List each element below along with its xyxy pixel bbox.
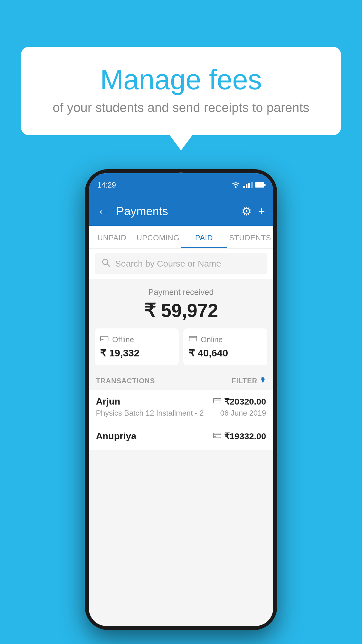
payment-type-icon (213, 397, 221, 406)
svg-rect-5 (101, 339, 103, 340)
filter-icon (260, 377, 266, 385)
status-icons (231, 181, 264, 188)
transaction-row-top: Arjun ₹20320.00 (96, 396, 266, 407)
wifi-icon (231, 181, 241, 188)
transaction-name: Anupriya (96, 431, 136, 442)
search-bar[interactable]: Search by Course or Name (95, 253, 267, 274)
settings-icon[interactable]: ⚙ (241, 204, 252, 218)
transaction-amount: ₹19332.00 (224, 431, 266, 441)
tabs-bar: UNPAID UPCOMING PAID STUDENTS (89, 226, 273, 249)
search-input[interactable]: Search by Course or Name (115, 259, 221, 269)
payment-cards: Offline ₹ 19,332 (95, 328, 267, 365)
transaction-list: Arjun ₹20320.00 Physics (89, 390, 273, 450)
transaction-row-bottom: Physics Batch 12 Installment - 2 06 June… (96, 409, 266, 418)
filter-button[interactable]: FILTER (232, 377, 266, 385)
bubble-subtitle: of your students and send receipts to pa… (44, 100, 318, 115)
transaction-amount-wrapper: ₹19332.00 (213, 431, 266, 441)
tab-students[interactable]: STUDENTS (227, 226, 273, 248)
transaction-date: 06 June 2019 (220, 409, 266, 418)
tab-unpaid[interactable]: UNPAID (89, 226, 135, 248)
online-card: Online ₹ 40,640 (183, 328, 267, 365)
offline-card: Offline ₹ 19,332 (95, 328, 179, 365)
payment-received-label: Payment received (95, 288, 267, 297)
header-actions: ⚙ + (241, 204, 265, 218)
speech-bubble: Manage fees of your students and send re… (21, 47, 341, 135)
phone-mockup: 14:29 (85, 169, 277, 630)
payment-type-icon (213, 432, 221, 441)
tab-paid[interactable]: PAID (181, 226, 227, 248)
battery-icon (255, 182, 264, 188)
tab-upcoming[interactable]: UPCOMING (135, 226, 181, 248)
payment-total: ₹ 59,972 (95, 300, 267, 321)
offline-icon (100, 335, 109, 344)
transactions-label: TRANSACTIONS (96, 377, 155, 385)
svg-rect-3 (101, 336, 108, 341)
offline-amount: ₹ 19,332 (100, 347, 173, 359)
phone-outer: 14:29 (85, 169, 277, 630)
svg-rect-12 (213, 433, 221, 438)
svg-point-0 (235, 187, 237, 188)
svg-rect-14 (214, 436, 216, 437)
signal-icon (243, 182, 253, 188)
transaction-amount-wrapper: ₹20320.00 (213, 396, 266, 407)
app-header: ← Payments ⚙ + (89, 197, 273, 226)
transaction-course: Physics Batch 12 Installment - 2 (96, 409, 204, 418)
online-card-header: Online (189, 335, 262, 344)
online-icon (189, 335, 197, 344)
speech-bubble-container: Manage fees of your students and send re… (21, 47, 341, 135)
search-icon (101, 258, 110, 270)
online-label: Online (201, 335, 223, 344)
table-row[interactable]: Anupriya ₹19332.00 (89, 424, 273, 450)
payment-summary: Payment received ₹ 59,972 (89, 279, 273, 371)
page-title: Payments (116, 205, 236, 218)
offline-card-header: Offline (100, 335, 173, 344)
svg-marker-8 (261, 379, 265, 383)
transaction-amount: ₹20320.00 (224, 396, 266, 407)
back-button[interactable]: ← (97, 204, 110, 218)
table-row[interactable]: Arjun ₹20320.00 Physics (89, 390, 273, 424)
transaction-row-top: Anupriya ₹19332.00 (96, 431, 266, 442)
offline-label: Offline (112, 335, 134, 344)
filter-text: FILTER (232, 377, 257, 385)
transaction-name: Arjun (96, 396, 120, 407)
svg-line-2 (107, 264, 110, 266)
transactions-header: TRANSACTIONS FILTER (89, 371, 273, 390)
status-bar: 14:29 (89, 173, 273, 197)
phone-screen: 14:29 (89, 173, 273, 626)
add-icon[interactable]: + (258, 205, 265, 218)
status-time: 14:29 (97, 181, 116, 190)
search-container: Search by Course or Name (89, 249, 273, 279)
svg-rect-10 (213, 398, 221, 403)
bubble-title: Manage fees (44, 64, 318, 95)
svg-rect-9 (261, 377, 264, 379)
online-amount: ₹ 40,640 (189, 347, 262, 359)
svg-rect-6 (189, 336, 197, 341)
